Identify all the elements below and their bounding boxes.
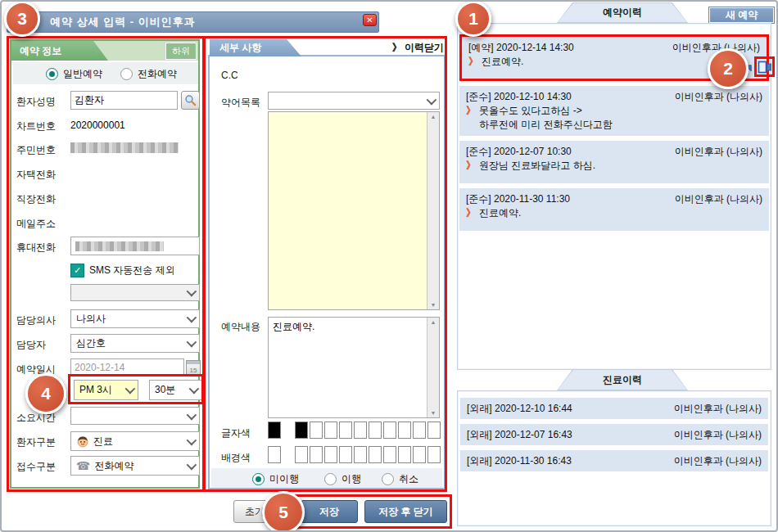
entry-datetime: 2020-12-10 16:44 <box>495 403 572 414</box>
color-swatch[interactable] <box>324 422 337 439</box>
radio-status-done[interactable]: 이행 <box>324 472 361 486</box>
save-button[interactable]: 저장 <box>301 500 358 523</box>
receipt-type-select[interactable]: ☎ 전화예약 <box>70 456 200 476</box>
open-window-icon[interactable] <box>758 60 772 74</box>
scrollbar[interactable]: ▲ ▼ <box>427 318 439 417</box>
appointment-detail-window: 예약 상세 입력 - 이비인후과 ✕ 예약 정보 하위 일반예약 전화예약 환자… <box>0 0 778 532</box>
close-icon[interactable]: ✕ <box>363 14 377 26</box>
radio-phone-booking[interactable]: 전화예약 <box>120 67 177 81</box>
sub-button[interactable]: 하위 <box>165 43 197 60</box>
duration-select[interactable] <box>70 407 200 425</box>
rrn-label: 주민번호 <box>16 143 56 157</box>
scroll-down-icon[interactable]: ▼ <box>431 410 436 416</box>
radio-status-cancel[interactable]: 취소 <box>382 472 418 486</box>
color-swatch[interactable] <box>354 422 367 439</box>
treatment-history-tab: 진료이력 <box>557 369 688 390</box>
chevron-down-icon <box>187 286 197 297</box>
entry-dept: 이비인후과 (나의사) <box>675 192 762 206</box>
calendar-icon[interactable]: 15 <box>186 360 201 375</box>
color-swatch[interactable] <box>413 422 426 439</box>
receipt-type-label: 접수구분 <box>16 460 56 474</box>
sms-template-select[interactable] <box>70 284 200 301</box>
color-swatch[interactable] <box>268 446 281 463</box>
minute-select[interactable]: 30분 <box>149 380 202 400</box>
history-close-link[interactable]: 》 이력닫기 <box>352 41 444 55</box>
radio-selected-icon <box>252 473 265 485</box>
chevron-down-icon <box>187 337 197 348</box>
scrollbar[interactable]: ▲ ▼ <box>427 112 439 309</box>
treatment-entry[interactable]: [외래] 2020-12-07 16:43 이비인후과 (나의사) <box>460 424 768 445</box>
radio-status-pending[interactable]: 미이행 <box>252 472 299 486</box>
color-swatch[interactable] <box>339 446 352 463</box>
memo-arrow-icon: 》 <box>466 206 476 220</box>
doctor-select[interactable]: 나의사 <box>70 309 200 328</box>
reservation-entry[interactable]: [준수] 2020-11-30 11:30 이비인후과 (나의사) 》 진료예약… <box>459 188 769 231</box>
color-swatch[interactable] <box>427 422 441 439</box>
abbrev-textarea[interactable]: ▲ ▼ <box>268 111 440 310</box>
color-swatch[interactable] <box>398 422 411 439</box>
treatment-entry[interactable]: [외래] 2020-11-30 16:43 이비인후과 (나의사) <box>460 450 768 471</box>
entry-tag: [준수] <box>466 146 491 157</box>
entry-memo: 진료예약. <box>479 206 521 220</box>
mobile-input[interactable] <box>70 237 200 255</box>
entry-datetime: 2020-12-10 14:30 <box>494 91 572 102</box>
save-close-button[interactable]: 저장 후 닫기 <box>364 500 447 523</box>
color-swatch[interactable] <box>295 446 308 463</box>
color-swatch[interactable] <box>369 446 382 463</box>
content-textarea[interactable]: 진료예약. ▲ ▼ <box>268 317 440 418</box>
reservation-entry[interactable]: [준수] 2020-12-07 10:30 이비인후과 (나의사) 》 원장님 … <box>459 141 769 183</box>
reservation-entry[interactable]: [준수] 2020-12-10 14:30 이비인후과 (나의사) 》 못올수도… <box>459 86 769 136</box>
detail-tab: 세부 사항 <box>210 39 301 56</box>
color-swatch[interactable] <box>427 446 441 463</box>
color-swatch[interactable] <box>369 422 382 439</box>
reservation-date-input[interactable]: 2020-12-14 <box>70 358 184 376</box>
mobile-label: 휴대전화 <box>16 241 56 255</box>
cc-label: C.C <box>221 70 238 81</box>
color-swatch[interactable] <box>354 446 367 463</box>
chevron-down-icon <box>125 384 136 394</box>
chevron-down-icon <box>187 459 197 470</box>
detail-panel: C.C 약어목록 ▲ ▼ 예약내용 진료예약. ▲ ▼ 글자색 배경색 <box>208 55 446 489</box>
hour-select[interactable]: PM 3시 <box>74 380 138 400</box>
staff-select[interactable]: 심간호 <box>70 334 200 353</box>
annotation-badge-1: 1 <box>455 1 491 37</box>
color-swatch[interactable] <box>383 422 396 439</box>
scroll-up-icon[interactable]: ▲ <box>431 319 436 325</box>
patient-type-select[interactable]: 진료 <box>70 431 200 451</box>
patient-name-input[interactable] <box>70 91 178 110</box>
radio-selected-icon <box>46 68 58 80</box>
entry-memo2: 하루전에 미리 전화주신다고함 <box>479 118 613 132</box>
color-swatch[interactable] <box>310 446 323 463</box>
patient-search-button[interactable] <box>181 91 200 110</box>
entry-dept: 이비인후과 (나의사) <box>675 145 762 159</box>
reservation-info-tab: 예약 정보 <box>11 41 108 61</box>
font-color-selected <box>268 422 281 439</box>
color-swatch[interactable] <box>268 422 281 439</box>
color-swatch[interactable] <box>310 422 323 439</box>
entry-tag: [외래] <box>467 455 492 467</box>
annotation-badge-3: 3 <box>4 1 40 37</box>
color-swatch[interactable] <box>398 446 411 463</box>
entry-datetime: 2020-12-14 14:30 <box>496 42 574 53</box>
bg-color-selected <box>268 446 281 463</box>
sms-exclude-checkbox[interactable]: ✓ SMS 자동전송 제외 <box>70 264 175 277</box>
radio-normal-booking[interactable]: 일반예약 <box>46 67 102 81</box>
color-swatch[interactable] <box>383 446 396 463</box>
chevron-down-icon <box>427 94 437 105</box>
abbrev-select[interactable] <box>268 92 440 110</box>
entry-dept: 이비인후과 (나의사) <box>675 90 762 104</box>
color-swatch[interactable] <box>413 446 426 463</box>
scroll-down-icon[interactable]: ▼ <box>431 302 436 308</box>
radio-unselected-icon <box>382 473 394 485</box>
reservation-history-tab: 예약이력 <box>557 2 688 23</box>
color-swatch[interactable] <box>339 422 352 439</box>
phone-icon: ☎ <box>76 460 90 471</box>
doctor-label: 담당의사 <box>16 313 56 327</box>
color-swatch[interactable] <box>324 446 337 463</box>
new-reservation-button[interactable]: 새 예약 <box>709 7 774 23</box>
entry-datetime: 2020-12-07 10:30 <box>494 146 572 157</box>
color-swatch[interactable] <box>295 422 308 439</box>
scroll-up-icon[interactable]: ▲ <box>431 114 436 119</box>
patient-type-label: 환자구분 <box>16 435 56 449</box>
treatment-entry[interactable]: [외래] 2020-12-10 16:44 이비인후과 (나의사) <box>460 398 768 419</box>
